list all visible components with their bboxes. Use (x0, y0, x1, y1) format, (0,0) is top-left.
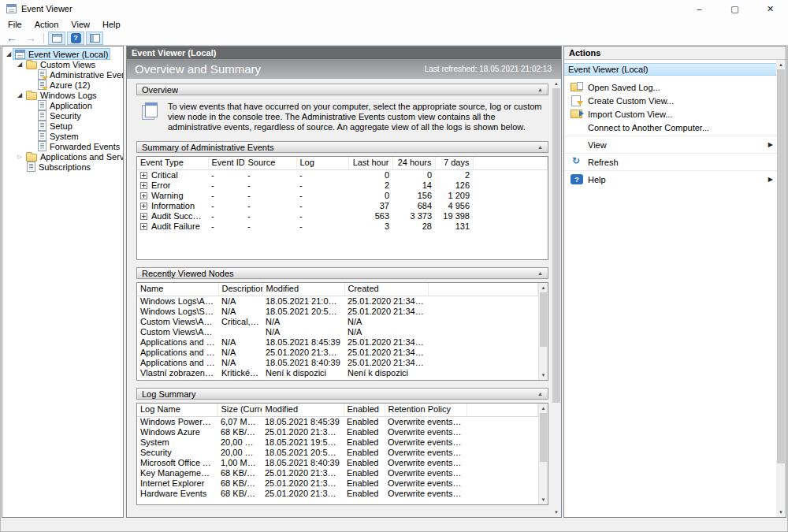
menu-action[interactable]: Action (28, 17, 65, 31)
table-row[interactable]: Windows Logs\ApplicationN/A18.05.2021 21… (137, 296, 538, 307)
scroll-down-icon[interactable]: ▼ (539, 495, 548, 504)
expanded-arrow-icon[interactable]: ◢ (4, 49, 13, 59)
expand-plus-icon[interactable] (140, 203, 147, 210)
scroll-down-icon[interactable]: ▼ (539, 370, 548, 380)
table-row[interactable]: Windows PowerShell6,07 MB/1...18.05.2021… (137, 416, 538, 427)
column-header-retention-policy[interactable]: Retention Policy (385, 404, 466, 416)
main-vertical-scrollbar[interactable]: ▲ ▼ (552, 79, 561, 517)
overview-section-header[interactable]: Overview ▲ (136, 84, 548, 95)
toolbar-help-button[interactable] (67, 32, 84, 45)
scroll-up-icon[interactable]: ▲ (539, 404, 548, 413)
table-row[interactable]: Audit Success---5633 37319 398 (137, 211, 548, 221)
tree-item-custom-views[interactable]: ◢Custom Views (2, 59, 123, 69)
column-header-modified[interactable]: Modified (262, 283, 344, 296)
scrollbar-thumb[interactable] (540, 413, 547, 462)
scrollbar-thumb[interactable] (552, 88, 560, 403)
action-create-custom-view[interactable]: Create Custom View... (564, 94, 776, 107)
column-header-size-curre[interactable]: Size (Curre... (217, 404, 262, 416)
table-row[interactable]: Hardware Events68 KB/20...25.01.2020 21:… (137, 489, 538, 499)
action-import-custom-view[interactable]: Import Custom View... (564, 107, 776, 121)
actions-scope-header[interactable]: Event Viewer (Local) (564, 63, 776, 76)
scrollbar-track[interactable] (776, 69, 786, 508)
action-open-saved-log[interactable]: Open Saved Log... (564, 80, 776, 94)
summary-section-header[interactable]: Summary of Administrative Events ▲ (136, 141, 548, 153)
column-header-modified[interactable]: Modified (262, 404, 344, 416)
table-row[interactable]: Microsoft Office Alerts1,00 MB/1...18.05… (137, 458, 538, 468)
column-header-enabled[interactable]: Enabled (344, 404, 385, 416)
menu-help[interactable]: Help (96, 17, 127, 31)
tree-item-application[interactable]: Application (2, 100, 123, 110)
menu-view[interactable]: View (65, 17, 96, 31)
recent-nodes-section-header[interactable]: Recently Viewed Nodes ▲ (136, 267, 548, 279)
tree-item-event-viewer-local[interactable]: ◢Event Viewer (Local) (2, 49, 123, 59)
table-row[interactable]: Critical---002 (137, 169, 548, 180)
table-row[interactable]: Applications and Services ...N/A18.05.20… (137, 358, 538, 368)
minimize-button[interactable]: – (682, 0, 717, 17)
scroll-up-icon[interactable]: ▲ (539, 283, 548, 292)
expand-plus-icon[interactable] (140, 213, 147, 220)
table-row[interactable]: Warning---01561 209 (137, 191, 548, 201)
tree-item-administrative-events[interactable]: Administrative Events (2, 69, 123, 80)
collapse-chevron-icon[interactable]: ▲ (537, 270, 543, 276)
table-row[interactable]: Windows Logs\SecurityN/A18.05.2021 20:55… (137, 307, 538, 317)
scroll-down-icon[interactable]: ▼ (776, 508, 786, 517)
column-header-7-days[interactable]: 7 days (435, 157, 473, 169)
recent-table-scrollbar[interactable]: ▲ ▼ (538, 283, 548, 380)
expanded-arrow-icon[interactable]: ◢ (15, 59, 24, 69)
column-header-last-hour[interactable]: Last hour (348, 157, 392, 169)
tree-item-system[interactable]: System (2, 131, 123, 141)
table-row[interactable]: Error---214126 (137, 180, 548, 191)
toolbar-back-button[interactable] (3, 32, 20, 45)
column-header-event-type[interactable]: Event Type (137, 157, 208, 169)
action-connect-to-another-computer[interactable]: Connect to Another Computer... (564, 121, 776, 134)
column-header-name[interactable]: Name (137, 283, 218, 296)
table-row[interactable]: Windows Azure68 KB/1,00...25.01.2020 21:… (137, 427, 538, 437)
action-view[interactable]: View▶ (564, 138, 776, 151)
collapsed-arrow-icon[interactable]: ▷ (15, 151, 24, 162)
log-summary-section-header[interactable]: Log Summary ▲ (136, 388, 548, 400)
table-row[interactable]: Audit Failure---328131 (137, 221, 548, 232)
scroll-up-icon[interactable]: ▲ (552, 79, 561, 88)
column-header-source[interactable]: Source (244, 157, 296, 169)
action-refresh[interactable]: Refresh (564, 155, 776, 169)
tree-item-forwarded-events[interactable]: Forwarded Events (2, 141, 123, 151)
expand-plus-icon[interactable] (140, 192, 147, 199)
table-row[interactable]: Applications and Services ...N/A18.05.20… (137, 337, 538, 348)
collapse-chevron-icon[interactable]: ▲ (537, 87, 543, 92)
actions-scrollbar[interactable]: ▲ ▼ (776, 60, 786, 517)
tree-item-setup[interactable]: Setup (2, 121, 123, 131)
scroll-down-icon[interactable]: ▼ (552, 508, 561, 517)
table-row[interactable]: Applications and Services ...N/A25.01.20… (137, 348, 538, 358)
table-row[interactable]: Key Management Service68 KB/20...25.01.2… (137, 468, 538, 478)
column-header-log-name[interactable]: Log Name (137, 404, 217, 416)
column-header-event-id[interactable]: Event ID (208, 157, 244, 169)
collapse-chevron-icon[interactable]: ▲ (537, 391, 543, 396)
toolbar-forward-button[interactable] (22, 32, 39, 45)
table-row[interactable]: Security20,00 MB/...18.05.2021 20:55:27E… (137, 448, 538, 458)
tree-item-azure-12[interactable]: Azure (12) (2, 80, 123, 90)
menu-file[interactable]: File (2, 17, 28, 31)
scroll-up-icon[interactable]: ▲ (776, 60, 786, 69)
scrollbar-thumb[interactable] (540, 292, 547, 347)
column-header-description[interactable]: Description (218, 283, 262, 296)
table-row[interactable]: Custom Views\Administra...Critical, Err.… (137, 317, 538, 327)
tree-item-security[interactable]: Security (2, 110, 123, 121)
tree-item-subscriptions[interactable]: Subscriptions (2, 162, 123, 172)
table-row[interactable]: System20,00 MB/...18.05.2021 19:59:57Ena… (137, 437, 538, 448)
expand-plus-icon[interactable] (140, 172, 147, 179)
scrollbar-track[interactable] (552, 88, 561, 508)
expand-plus-icon[interactable] (140, 223, 147, 230)
log-table-scrollbar[interactable]: ▲ ▼ (538, 404, 548, 504)
toolbar-show-hide-action-pane-button[interactable] (86, 32, 103, 45)
tree-item-applications-and-services-logs[interactable]: ▷Applications and Services Logs (2, 151, 123, 162)
column-header-log[interactable]: Log (296, 157, 348, 169)
expanded-arrow-icon[interactable]: ◢ (15, 90, 24, 100)
scrollbar-track[interactable] (539, 292, 548, 370)
table-row[interactable]: Information---376844 956 (137, 201, 548, 211)
action-help[interactable]: Help▶ (564, 173, 776, 186)
tree-item-windows-logs[interactable]: ◢Windows Logs (2, 90, 123, 100)
column-header-24-hours[interactable]: 24 hours (392, 157, 435, 169)
expand-plus-icon[interactable] (140, 182, 147, 189)
table-row[interactable]: Custom Views\Azure (12)N/AN/A (137, 327, 538, 337)
maximize-button[interactable]: ▢ (717, 0, 753, 17)
